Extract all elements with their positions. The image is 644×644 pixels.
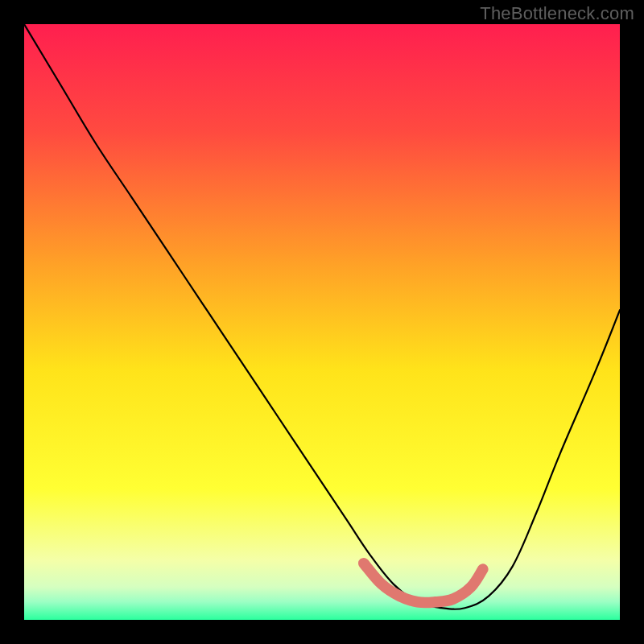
watermark-text: TheBottleneck.com (480, 3, 634, 24)
chart-svg (24, 24, 620, 620)
bottleneck-curve (24, 24, 620, 609)
plot-area (24, 24, 620, 620)
chart-frame: TheBottleneck.com (0, 0, 644, 644)
